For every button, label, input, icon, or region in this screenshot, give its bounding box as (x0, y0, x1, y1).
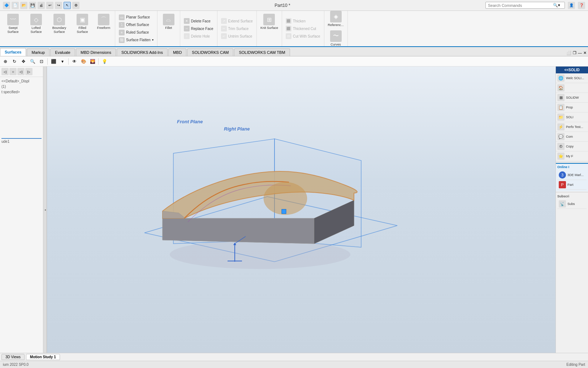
freeform-label: Freeform (97, 26, 111, 30)
search-dropdown-icon[interactable]: ▾ (558, 3, 560, 8)
replace-face-button[interactable]: ↔ Replace Face (182, 25, 215, 32)
view-btn-display-style[interactable]: ▾ (59, 57, 66, 65)
extend-surface-button[interactable]: ↗ Extend Surface (220, 17, 254, 25)
knit-surface-button[interactable]: ⊞ Knit Surface (259, 12, 280, 31)
title-bar-right-controls: 🔍 ▾ 👤 ❓ (485, 2, 585, 9)
view-sep-1 (47, 58, 48, 65)
swept-surface-button[interactable]: 〰 Swept Surface (2, 12, 24, 35)
fillet-icon: ⌓ (163, 14, 174, 25)
cut-with-surface-button[interactable]: ⊟ Cut With Surface (284, 33, 322, 40)
sw-divider-subscribe (556, 192, 588, 192)
sw-item-solidworks[interactable]: ⊞ SOLIDW (556, 93, 588, 103)
front-plane-label: Front Plane (177, 119, 203, 124)
bottom-tab-motion-study[interactable]: Motion Study 1 (26, 354, 60, 360)
delete-face-icon: ✕ (184, 18, 190, 24)
search-commands-box[interactable]: 🔍 ▾ (485, 2, 565, 9)
lp-icon-3[interactable]: ◁ (17, 68, 25, 75)
sw-subscribe-section: Subscri 📡 Subs (556, 193, 588, 210)
view-btn-zoom[interactable]: 🔍 (29, 57, 36, 65)
thicken-button[interactable]: ⬛ Thicken (284, 17, 322, 25)
view-btn-appearance[interactable]: 🎨 (79, 57, 87, 65)
tab-solidworks-addins[interactable]: SOLIDWORKS Add-Ins (117, 48, 168, 56)
tab-evaluate[interactable]: Evaluate (50, 48, 75, 56)
replace-face-label: Replace Face (191, 27, 213, 31)
sw-item-subscribe[interactable]: 📡 Subs (557, 199, 587, 209)
delete-face-button[interactable]: ✕ Delete Face (182, 17, 215, 25)
ribbon-group-fillet: ⌓ Fillet (157, 11, 180, 46)
sw-item-home[interactable]: 🏠 (556, 83, 588, 93)
viewport[interactable]: Front Plane Right Plane (47, 67, 555, 353)
sw-solidworks-label: SOLIDW (566, 96, 579, 99)
ribbon-group-knit: ⊞ Knit Surface (257, 11, 282, 46)
help-icon[interactable]: ❓ (578, 2, 585, 9)
trim-surface-button[interactable]: ✂ Trim Surface (220, 25, 254, 32)
bottom-tabs: 3D Views Motion Study 1 (0, 353, 588, 361)
boundary-surface-button[interactable]: ⬡ Boundary Surface (48, 12, 70, 35)
maximize-icon[interactable]: ⬜ (566, 51, 571, 55)
sw-item-properties[interactable]: 📋 Prop (556, 103, 588, 112)
view-btn-zoom-fit[interactable]: ⊕ (1, 57, 9, 65)
reference-button[interactable]: ◈ Referenc... (327, 9, 345, 29)
bottom-tab-3d-views[interactable]: 3D Views (1, 354, 25, 360)
view-btn-hide-show[interactable]: 👁 (70, 57, 78, 65)
tab-solidworks-cam-tbm[interactable]: SOLIDWORKS CAM TBM (234, 48, 290, 56)
cut-with-surface-label: Cut With Surface (293, 34, 320, 38)
new-icon[interactable]: 📄 (12, 2, 19, 9)
save-icon[interactable]: 💾 (29, 2, 36, 9)
filled-surface-button[interactable]: ▣ Filled Surface (72, 12, 93, 35)
delete-hole-button[interactable]: ○ Delete Hole (182, 33, 215, 40)
lofted-surface-button[interactable]: ◇ Lofted Surface (25, 12, 47, 35)
tab-bar: Surfaces Markup Evaluate MBD Dimensions … (0, 47, 588, 56)
view-btn-pan[interactable]: ✥ (20, 57, 27, 65)
knit-surface-icon: ⊞ (263, 14, 275, 25)
sw-item-performance[interactable]: ⚡ Perfo Test... (556, 122, 588, 132)
close-icon[interactable]: ✕ (583, 51, 587, 55)
collapse-handle[interactable]: ◂ (43, 67, 47, 353)
curves-button[interactable]: 〜 Curves (327, 29, 345, 48)
sw-item-part[interactable]: P Part (557, 180, 587, 190)
offset-surface-icon: ⤵ (119, 22, 125, 28)
view-btn-rotate[interactable]: ↻ (10, 57, 18, 65)
lp-icon-4[interactable]: ▷ (25, 68, 33, 75)
view-btn-scene[interactable]: 🌄 (88, 57, 96, 65)
lp-icon-1[interactable]: ◁ (1, 68, 9, 75)
undo-icon[interactable]: ↩ (46, 2, 53, 9)
planar-surface-button[interactable]: ▭ Planar Surface (117, 14, 155, 21)
user-icon[interactable]: 👤 (568, 2, 575, 9)
surface-flatten-dropdown-icon[interactable]: ▾ (152, 38, 154, 42)
lp-icon-2[interactable]: ○ (9, 68, 17, 75)
restore-icon[interactable]: ❐ (573, 51, 576, 55)
sw-soli-icon: 📁 (557, 114, 565, 121)
surface-flatten-button[interactable]: ⬜ Surface Flatten ▾ (117, 37, 155, 44)
sw-item-my-files[interactable]: ⭐ My F (556, 151, 588, 161)
minimize-icon[interactable]: — (578, 51, 582, 55)
sw-item-welcome[interactable]: 🌐 Welc SOLI... (556, 73, 588, 83)
fillet-button[interactable]: ⌓ Fillet (160, 12, 178, 31)
thickened-cut-button[interactable]: ⬛ Thickened Cut (284, 25, 322, 32)
sw-item-soli[interactable]: 📁 SOLI (556, 112, 588, 122)
sw-item-copy[interactable]: © Copy (556, 142, 588, 151)
curves-icon: 〜 (330, 30, 342, 42)
sw-subscribe-icon: 📡 (559, 200, 566, 207)
title-bar-left-icons: 🔷 📄 📂 💾 🖨 ↩ ↪ ↖ ⚙ (3, 2, 79, 9)
sw-item-community[interactable]: 💬 Com (556, 132, 588, 142)
tab-mbd-dimensions[interactable]: MBD Dimensions (76, 48, 116, 56)
view-btn-view-orient[interactable]: ⬛ (49, 57, 57, 65)
open-icon[interactable]: 📂 (20, 2, 27, 9)
search-commands-input[interactable] (488, 3, 553, 8)
tab-surfaces[interactable]: Surfaces (0, 48, 26, 56)
sw-item-3de[interactable]: 3 3DE Marl... (557, 170, 587, 180)
ruled-surface-button[interactable]: ≡ Ruled Surface (117, 29, 155, 36)
view-btn-section[interactable]: ⊡ (38, 57, 46, 65)
untrim-surface-button[interactable]: ↩ Untrim Surface (220, 33, 254, 40)
tab-mbd[interactable]: MBD (168, 48, 186, 56)
print-icon[interactable]: 🖨 (38, 2, 45, 9)
tab-markup[interactable]: Markup (27, 48, 49, 56)
freeform-button[interactable]: ⌒ Freeform (95, 12, 113, 31)
options-icon[interactable]: ⚙ (72, 2, 79, 9)
tab-solidworks-cam[interactable]: SOLIDWORKS CAM (187, 48, 233, 56)
offset-surface-button[interactable]: ⤵ Offset Surface (117, 21, 155, 29)
redo-icon[interactable]: ↪ (55, 2, 62, 9)
select-icon[interactable]: ↖ (64, 2, 71, 9)
view-btn-lights[interactable]: 💡 (100, 57, 108, 65)
